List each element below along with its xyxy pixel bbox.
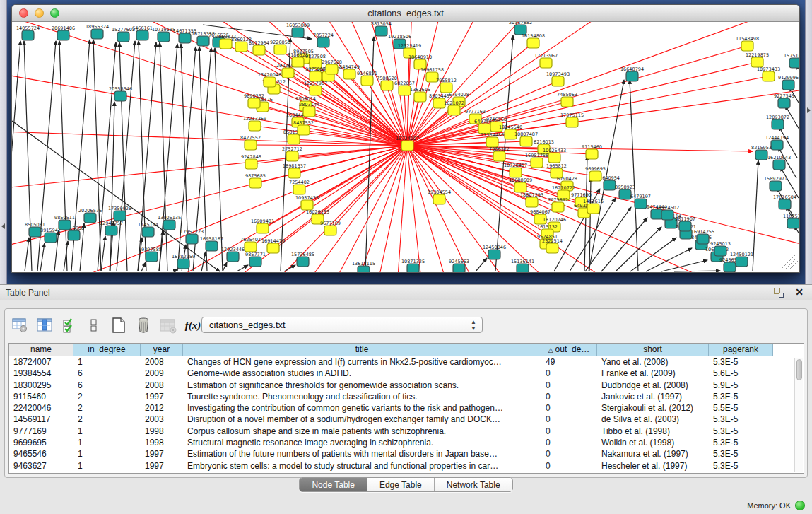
network-window-titlebar[interactable]: citations_edges.txt [12, 5, 799, 22]
citation-network-graph[interactable]: 1405572420691406189553241527760264661611… [12, 22, 799, 272]
tab-network-table[interactable]: Network Table [435, 478, 512, 491]
column-header-pagerank[interactable]: pagerank [709, 344, 773, 356]
graph-node-teal[interactable]: 16958167 [200, 236, 223, 252]
table-row[interactable]: 2242004622012Investigating the contribut… [9, 402, 804, 414]
graph-node-teal[interactable]: 13618115 [352, 261, 375, 273]
graph-node-teal[interactable]: 6466161 [132, 25, 153, 41]
table-cell: 6 [73, 380, 141, 391]
column-header-short[interactable]: short [597, 344, 709, 356]
network-view-canvas[interactable]: 1405572420691406189553241527760264661611… [12, 22, 799, 272]
table-cell: 0 [541, 414, 597, 425]
graph-node-teal[interactable]: 16053809 [286, 23, 310, 38]
graph-node-yellow[interactable]: 12219875 [746, 52, 769, 68]
graph-node-yellow[interactable]: 19384554 [428, 189, 451, 205]
float-panel-icon[interactable] [774, 288, 784, 298]
edge [25, 238, 29, 271]
svg-text:10937433: 10937433 [295, 195, 319, 201]
table-row[interactable]: 1938455462009Genome-wide association stu… [9, 368, 804, 379]
graph-node-teal[interactable]: 9245663 [449, 259, 469, 273]
table-row[interactable]: 946362711997Embryonic stem cells: a mode… [9, 460, 804, 472]
left-panel-splitter[interactable] [0, 0, 7, 284]
graph-node-yellow[interactable]: 9115460 [582, 144, 602, 160]
graph-node-yellow[interactable]: 10973493 [546, 71, 570, 87]
svg-text:19218506: 19218506 [388, 34, 411, 40]
table-cell: Changes of HCN gene expression and I(f) … [183, 356, 541, 368]
tab-edge-table[interactable]: Edge Table [367, 478, 435, 491]
graph-node-teal[interactable]: 15892971 [764, 176, 787, 192]
show-columns-icon[interactable] [35, 316, 54, 334]
graph-node-yellow[interactable]: 1362615 [410, 87, 430, 103]
tab-node-table[interactable]: Node Table [300, 478, 367, 491]
graph-node-teal[interactable]: 12093872 [766, 115, 789, 130]
svg-text:15136141: 15136141 [511, 259, 534, 264]
graph-node-teal[interactable]: 13505135 [158, 215, 181, 230]
table-select-dropdown[interactable]: citations_edges.txt ▲▼ [201, 317, 483, 333]
network-window[interactable]: citations_edges.txt 14055724206914061895… [11, 4, 800, 273]
table-row[interactable]: 1830029562008Estimation of significance … [9, 380, 804, 391]
graph-node-yellow[interactable]: 21364486 [481, 132, 504, 148]
right-panel-splitter[interactable] [805, 0, 812, 284]
graph-node-teal[interactable]: 7857224 [313, 33, 334, 48]
graph-node-teal[interactable]: 14055724 [16, 25, 40, 41]
svg-text:7986372: 7986372 [489, 146, 510, 152]
edge [12, 146, 407, 272]
graph-node-yellow[interactable]: 8427552 [240, 135, 261, 151]
graph-node-teal[interactable]: 9129996 [778, 75, 799, 90]
graph-node-teal[interactable]: 12450046 [483, 245, 506, 260]
graph-node-yellow[interactable]: 10973433 [757, 66, 780, 82]
column-header-year[interactable]: year [141, 344, 183, 356]
graph-node-teal[interactable]: 1167533 [783, 214, 799, 229]
scrollbar-thumb[interactable] [796, 359, 802, 380]
table-row[interactable]: 946554611997Estimation of the future num… [9, 448, 804, 460]
graph-node-yellow[interactable]: 16154808 [522, 33, 545, 49]
table-cell: 18724007 [9, 356, 73, 368]
graph-node-yellow[interactable]: 7485063 [557, 92, 577, 107]
graph-node-teal[interactable]: 10719185 [152, 27, 175, 42]
table-cell: 5.3E-5 [709, 356, 773, 368]
create-column-icon[interactable] [110, 316, 128, 334]
graph-node-yellow[interactable]: 17975115 [560, 112, 584, 128]
collapse-right-icon[interactable] [807, 107, 811, 113]
table-row[interactable]: 1872400712008Changes of HCN gene express… [9, 356, 804, 368]
graph-node-yellow[interactable]: 12213967 [534, 53, 558, 69]
table-row[interactable]: 969969511998Structural magnetic resonanc… [9, 437, 804, 448]
graph-node-yellow[interactable]: 12217987 [304, 81, 327, 96]
graph-node-teal[interactable]: 16782759 [172, 254, 195, 269]
close-panel-icon[interactable]: ✕ [795, 286, 804, 298]
graph-node-teal[interactable]: 10871325 [401, 259, 425, 273]
table-mode-icon[interactable] [11, 316, 29, 334]
graph-node-yellow[interactable]: 9677169 [320, 221, 341, 236]
graph-node-teal[interactable]: 16648794 [620, 66, 644, 82]
graph-node-teal[interactable]: 15751074 [784, 53, 799, 69]
graph-node-teal[interactable]: 18955324 [86, 24, 109, 40]
graph-node-teal[interactable]: 9397588 [141, 247, 162, 262]
table-cell: 1 [73, 448, 141, 460]
graph-node-teal[interactable]: 9227343 [774, 93, 794, 109]
table-row[interactable]: 911546021997Tourette syndrome. Phenomeno… [9, 391, 804, 402]
row-options-icon[interactable] [85, 316, 103, 334]
select-all-icon[interactable] [60, 316, 78, 334]
edge [407, 76, 768, 146]
graph-node-yellow[interactable]: 9875685 [245, 173, 266, 189]
graph-node-teal[interactable]: 17016504 [773, 194, 796, 210]
graph-node-teal[interactable]: 20206576 [78, 208, 102, 223]
attribute-table[interactable]: namein_degreeyeartitle△out_de…shortpager… [8, 343, 804, 474]
graph-node-teal[interactable]: 20691406 [52, 25, 75, 41]
vertical-scrollbar[interactable] [794, 358, 803, 472]
column-header-outde[interactable]: △out_de… [541, 344, 597, 356]
svg-text:6790428: 6790428 [557, 176, 577, 182]
column-header-indegree[interactable]: in_degree [73, 344, 141, 356]
svg-text:9397588: 9397588 [141, 247, 162, 252]
graph-node-yellow[interactable]: 9146821 [357, 71, 377, 86]
table-row[interactable]: 977716911998Corpus callosum shape and si… [9, 426, 804, 437]
table-row[interactable]: 1456911722003Disruption of a novel membe… [9, 414, 804, 425]
graph-node-yellow[interactable]: 16909481 [251, 218, 274, 234]
graph-node-teal[interactable]: 15736485 [291, 252, 314, 267]
function-builder-icon[interactable]: f(x) [184, 316, 202, 334]
column-header-title[interactable]: title [183, 344, 541, 356]
column-header-name[interactable]: name [9, 344, 73, 356]
graph-node-yellow[interactable]: 12213369 [243, 116, 266, 132]
delete-column-icon[interactable] [134, 316, 153, 334]
collapse-left-icon[interactable] [1, 223, 5, 229]
graph-node-teal[interactable]: 12923446 [221, 247, 245, 262]
